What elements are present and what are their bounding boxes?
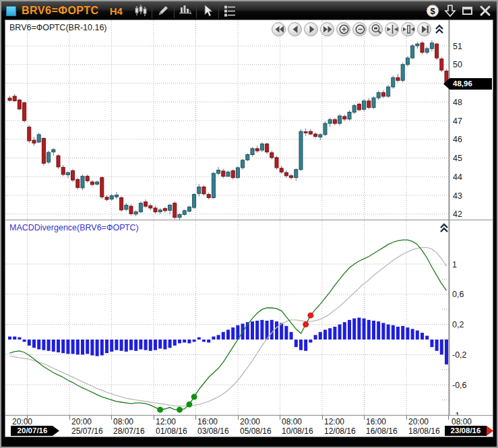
candle: [61, 165, 65, 177]
draw-tool-icon[interactable]: [154, 3, 172, 19]
time-tick: [111, 416, 112, 420]
nav-rewind-button[interactable]: [272, 22, 286, 36]
candle: [392, 75, 395, 88]
date-label: 03/08/16: [197, 426, 229, 436]
candle: [416, 42, 419, 49]
hist-bar: [120, 340, 123, 351]
candle: [144, 199, 148, 208]
candle: [47, 150, 51, 164]
time-label: 16:00: [366, 417, 386, 426]
hist-bar: [387, 325, 390, 340]
price-pane[interactable]: 51504948474645444342 BRV6=ФОРТС(BR-10.16…: [5, 20, 493, 220]
nav-fast-forward-button[interactable]: [320, 22, 334, 36]
hist-bar: [381, 323, 385, 340]
title-bar[interactable]: BRV6=ФОРТС H4 $: [1, 1, 497, 20]
hist-bar: [280, 323, 283, 340]
candle: [110, 194, 113, 201]
hist-bar: [343, 322, 346, 340]
nav-zoom-in-button[interactable]: [336, 22, 350, 36]
nav-step-back-button[interactable]: [288, 22, 302, 36]
dollar-icon[interactable]: $: [424, 3, 441, 19]
time-label: 08:00: [282, 417, 302, 426]
hist-bar: [411, 329, 414, 340]
macd-chart[interactable]: 10,60,2-0,2-0,6-1: [5, 220, 493, 416]
nav-go-to-end-button[interactable]: [417, 22, 431, 36]
hist-bar: [125, 340, 128, 352]
time-tick: [364, 416, 365, 420]
hist-bar: [231, 327, 235, 340]
nav-zoom-box-button[interactable]: [369, 22, 383, 36]
download-icon[interactable]: [441, 3, 459, 19]
candle: [367, 98, 371, 110]
hist-bar: [348, 320, 351, 340]
candle: [183, 210, 186, 216]
chart-window: BRV6=ФОРТС H4 $ 51504948474645444342 BRV…: [0, 0, 498, 448]
hist-bar: [445, 340, 448, 364]
hist-bar: [352, 319, 356, 340]
candle: [168, 203, 172, 214]
candle: [352, 104, 356, 114]
candle: [299, 129, 303, 170]
candle: [435, 43, 439, 60]
price-chart[interactable]: 51504948474645444342: [5, 20, 493, 220]
candles-tool-icon[interactable]: [132, 3, 150, 19]
svg-text:-0,6: -0,6: [452, 381, 467, 390]
candle: [71, 169, 75, 182]
candle: [8, 96, 11, 101]
hist-bar: [416, 331, 419, 340]
levels-tool-icon[interactable]: [221, 3, 239, 19]
svg-text:48: 48: [453, 98, 462, 107]
cursor-tool-icon[interactable]: [199, 3, 216, 19]
hist-bar: [173, 340, 177, 346]
nav-compress-horizontal-button[interactable]: [385, 22, 399, 36]
sell-signal-dot: [307, 313, 313, 319]
macd-pane-label: MACDDivergence(BRV6=ФОРТС): [9, 223, 139, 232]
candle: [231, 169, 235, 179]
hist-bar: [323, 329, 327, 340]
hist-bar: [23, 340, 26, 342]
last-price-value: 48,96: [453, 79, 472, 88]
hist-bar: [396, 327, 400, 340]
candle: [333, 118, 336, 125]
close-icon[interactable]: [476, 3, 494, 19]
candle: [149, 203, 152, 210]
signal-line: [10, 247, 447, 406]
candle: [202, 185, 206, 196]
hist-bar: [392, 325, 395, 340]
candle: [255, 146, 259, 152]
chart-toolbar: [132, 1, 239, 20]
candle: [13, 94, 16, 102]
buy-signal-dot: [191, 394, 197, 400]
sell-signal-dot: [303, 321, 309, 327]
svg-text:45: 45: [453, 154, 462, 163]
candle: [37, 133, 40, 143]
hist-bar: [430, 340, 433, 347]
svg-text:51: 51: [453, 42, 462, 51]
time-tick: [195, 416, 196, 420]
nav-compress-vertical-button[interactable]: [401, 22, 415, 36]
candle: [173, 201, 177, 220]
hist-bar: [314, 335, 317, 340]
collapse-pane-icon[interactable]: [438, 222, 449, 234]
time-tick: [280, 416, 280, 420]
chart-nav-buttons: [272, 22, 445, 36]
hist-bar: [115, 340, 118, 350]
hist-bar: [71, 340, 75, 354]
nav-zoom-out-button[interactable]: [352, 22, 367, 36]
volume-tool-icon[interactable]: [177, 3, 194, 19]
nav-collapse-button[interactable]: [433, 24, 445, 36]
restore-icon[interactable]: [459, 3, 476, 19]
window-controls: $: [424, 1, 494, 20]
hist-bar: [251, 321, 254, 340]
candle: [76, 178, 80, 189]
nav-step-forward-button[interactable]: [304, 22, 318, 36]
hist-bar: [134, 340, 137, 351]
macd-pane[interactable]: 10,60,2-0,2-0,6-1 MACDDivergence(BRV6=ФО…: [5, 220, 493, 415]
candle: [425, 46, 429, 54]
end-date-tag: 23/08/16: [445, 426, 487, 436]
hist-bar: [270, 320, 274, 340]
date-label: 25/07/16: [71, 426, 103, 436]
svg-text:1: 1: [452, 260, 457, 269]
hist-bar: [304, 340, 307, 351]
hist-bar: [338, 325, 342, 340]
